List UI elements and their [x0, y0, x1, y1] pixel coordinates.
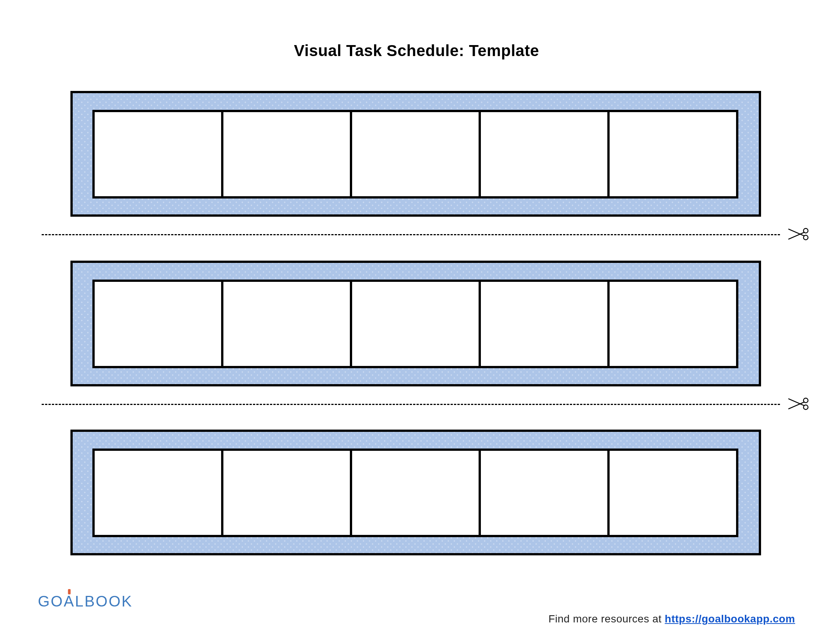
task-cell	[607, 280, 738, 368]
task-cell	[350, 449, 481, 537]
task-cell	[92, 280, 224, 368]
task-cell	[221, 280, 352, 368]
logo-text-post: LBOOK	[75, 593, 133, 610]
schedule-strip	[71, 430, 761, 555]
logo-pin-icon	[68, 589, 71, 594]
task-cell	[221, 449, 352, 537]
cut-line	[42, 404, 780, 405]
task-cell	[479, 280, 609, 368]
task-cell	[607, 110, 738, 198]
logo-text-pre: GO	[38, 593, 64, 610]
task-cell	[479, 449, 609, 537]
goalbook-logo: GOALBOOK	[38, 593, 133, 610]
cut-line	[42, 234, 780, 235]
task-cell	[607, 449, 738, 537]
svg-line-3	[789, 232, 804, 239]
page: Visual Task Schedule: Template	[0, 0, 833, 644]
task-cell	[92, 110, 224, 198]
svg-line-2	[789, 229, 804, 236]
page-title: Visual Task Schedule: Template	[0, 42, 833, 60]
svg-line-7	[789, 402, 804, 409]
task-cell	[350, 110, 481, 198]
schedule-row	[92, 449, 738, 537]
task-cell	[350, 280, 481, 368]
footer-right: Find more resources at https://goalbooka…	[548, 613, 795, 625]
resources-link[interactable]: https://goalbookapp.com	[665, 613, 795, 625]
scissors-icon	[788, 396, 810, 411]
task-cell	[479, 110, 609, 198]
schedule-row	[92, 280, 738, 368]
schedule-row	[92, 110, 738, 198]
footer-label: Find more resources at	[548, 613, 664, 625]
logo-text-accent: A	[64, 593, 75, 610]
logo-accent-wrap: A	[64, 593, 75, 610]
svg-line-6	[789, 399, 804, 406]
schedule-strip	[71, 91, 761, 217]
scissors-icon	[788, 227, 810, 242]
task-cell	[92, 449, 224, 537]
task-cell	[221, 110, 352, 198]
schedule-strip	[71, 261, 761, 386]
